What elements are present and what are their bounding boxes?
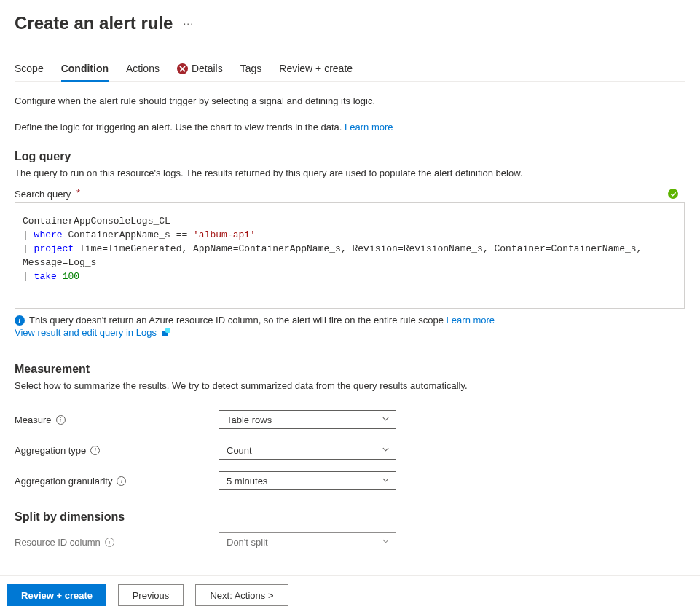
aggregation-type-label: Aggregation type <box>15 445 86 456</box>
help-icon[interactable]: i <box>117 476 126 486</box>
error-icon <box>177 63 188 74</box>
chevron-down-icon <box>382 537 390 548</box>
info-icon: i <box>15 315 25 326</box>
intro-line2: Define the logic for triggering an alert… <box>15 121 685 134</box>
measure-value: Table rows <box>227 414 272 425</box>
query-info-text: This query doesn't return an Azure resou… <box>29 315 447 326</box>
search-query-label: Search query <box>15 189 71 200</box>
aggregation-granularity-label: Aggregation granularity <box>15 476 112 487</box>
tab-review[interactable]: Review + create <box>279 63 353 82</box>
log-query-sub: The query to run on this resource's logs… <box>15 168 685 178</box>
measurement-title: Measurement <box>15 363 685 376</box>
tab-actions[interactable]: Actions <box>126 63 160 82</box>
more-actions-icon[interactable]: ··· <box>183 17 194 29</box>
resource-id-column-label: Resource ID column <box>15 537 101 548</box>
log-query-title: Log query <box>15 150 685 163</box>
review-create-button[interactable]: Review + create <box>7 584 106 606</box>
help-icon[interactable]: i <box>56 415 66 425</box>
query-code[interactable]: ContainerAppConsoleLogs_CL | where Conta… <box>15 210 684 291</box>
aggregation-granularity-select[interactable]: 5 minutes <box>219 471 396 490</box>
tab-scope[interactable]: Scope <box>15 63 44 82</box>
logs-icon <box>161 328 171 338</box>
success-check-icon <box>668 189 678 199</box>
tab-details-label: Details <box>192 63 223 74</box>
measurement-sub: Select how to summarize the results. We … <box>15 380 685 391</box>
required-indicator: * <box>76 187 80 198</box>
page-title: Create an alert rule <box>15 13 173 34</box>
query-info-learn-more-link[interactable]: Learn more <box>447 315 495 326</box>
view-edit-in-logs-link[interactable]: View result and edit query in Logs <box>15 327 157 338</box>
help-icon[interactable]: i <box>90 446 100 455</box>
resource-id-column-value: Don't split <box>227 537 268 548</box>
previous-button[interactable]: Previous <box>118 584 184 606</box>
split-by-dimensions-title: Split by dimensions <box>15 511 685 524</box>
tabs-bar: Scope Condition Actions Details Tags Rev… <box>15 63 685 82</box>
chevron-down-icon <box>382 476 390 487</box>
chevron-down-icon <box>382 414 390 425</box>
tab-condition[interactable]: Condition <box>61 63 109 82</box>
intro-line1: Configure when the alert rule should tri… <box>15 95 685 108</box>
help-icon[interactable]: i <box>105 538 114 547</box>
measure-label: Measure <box>15 414 52 425</box>
aggregation-granularity-value: 5 minutes <box>227 476 267 487</box>
tab-tags[interactable]: Tags <box>240 63 262 82</box>
resource-id-column-select[interactable]: Don't split <box>219 532 396 551</box>
learn-more-link[interactable]: Learn more <box>345 122 393 133</box>
search-query-editor[interactable]: ContainerAppConsoleLogs_CL | where Conta… <box>15 202 685 309</box>
footer-bar: Review + create Previous Next: Actions > <box>0 575 700 614</box>
intro-line2-text: Define the logic for triggering an alert… <box>15 122 345 133</box>
tab-details[interactable]: Details <box>177 63 223 82</box>
aggregation-type-select[interactable]: Count <box>219 441 396 460</box>
measure-select[interactable]: Table rows <box>219 410 396 429</box>
aggregation-type-value: Count <box>227 445 252 456</box>
chevron-down-icon <box>382 445 390 456</box>
next-button[interactable]: Next: Actions > <box>195 584 288 606</box>
